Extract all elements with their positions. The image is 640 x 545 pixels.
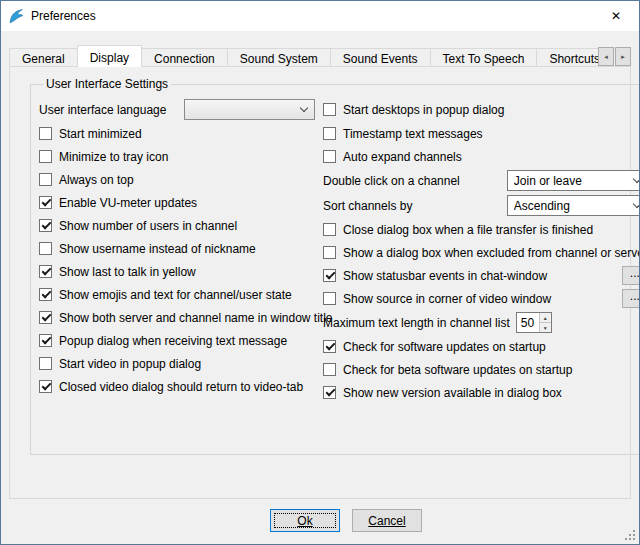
- titlebar[interactable]: Preferences ✕: [1, 1, 639, 31]
- tab-sound-events[interactable]: Sound Events: [330, 48, 431, 67]
- tab-general[interactable]: General: [9, 48, 78, 67]
- tab-display[interactable]: Display: [77, 45, 142, 67]
- popup-text-message-checkbox[interactable]: [39, 334, 52, 347]
- checkbox-label[interactable]: Show both server and channel name in win…: [59, 311, 333, 325]
- tab-connection[interactable]: Connection: [141, 48, 228, 67]
- resize-grip[interactable]: [623, 528, 636, 541]
- sort-channels-value: Ascending: [514, 199, 570, 213]
- sort-channels-label: Sort channels by: [323, 199, 412, 213]
- checkbox-row: Show last to talk in yellow: [39, 260, 315, 283]
- emoji-state-checkbox[interactable]: [39, 288, 52, 301]
- language-label: User interface language: [39, 103, 166, 117]
- cancel-button[interactable]: Cancel: [352, 509, 422, 532]
- checkbox-label[interactable]: Start minimized: [59, 127, 142, 141]
- checkbox-label[interactable]: Close dialog box when a file transfer is…: [343, 223, 593, 237]
- tab-label: Shortcuts: [549, 52, 600, 66]
- checkbox-label[interactable]: Start desktops in popup dialog: [343, 103, 504, 117]
- checkbox-label[interactable]: Show new version available in dialog box: [343, 386, 562, 400]
- auto-expand-channels-checkbox[interactable]: [323, 150, 336, 163]
- double-click-value: Join or leave: [514, 174, 582, 188]
- checkbox-label[interactable]: Show emojis and text for channel/user st…: [59, 288, 292, 302]
- checkbox-row: Popup dialog when receiving text message: [39, 329, 315, 352]
- sort-channels-row: Sort channels by Ascending: [323, 193, 640, 218]
- chevron-down-icon: [633, 175, 640, 183]
- tab-scroll-right-button[interactable]: ►: [615, 47, 631, 66]
- timestamp-messages-checkbox[interactable]: [323, 127, 336, 140]
- checkbox-row: Closed video dialog should return to vid…: [39, 375, 315, 398]
- statusbar-events-config-button[interactable]: ...: [622, 266, 640, 285]
- checkbox-row: Auto expand channels: [323, 145, 640, 168]
- language-dropdown[interactable]: [184, 99, 315, 120]
- checkbox-row: Timestamp text messages: [323, 122, 640, 145]
- checkbox-label[interactable]: Minimize to tray icon: [59, 150, 168, 164]
- checkbox-label[interactable]: Enable VU-meter updates: [59, 196, 197, 210]
- language-row: User interface language: [39, 97, 315, 122]
- new-version-dialog-checkbox[interactable]: [323, 386, 336, 399]
- settings-columns: User interface language Start minimized …: [39, 97, 640, 404]
- start-desktops-popup-checkbox[interactable]: [323, 103, 336, 116]
- show-username-checkbox[interactable]: [39, 242, 52, 255]
- ok-button[interactable]: Ok: [270, 509, 340, 532]
- statusbar-events-checkbox[interactable]: [323, 269, 336, 282]
- display-tab-page: User Interface Settings User interface l…: [9, 66, 631, 499]
- checkbox-row: Show both server and channel name in win…: [39, 306, 315, 329]
- spin-down-button[interactable]: ▼: [540, 322, 551, 332]
- checkbox-label[interactable]: Show last to talk in yellow: [59, 265, 196, 279]
- window-title-checkbox[interactable]: [39, 311, 52, 324]
- app-icon: [8, 8, 25, 25]
- beta-updates-checkbox[interactable]: [323, 363, 336, 376]
- spin-up-button[interactable]: ▲: [540, 313, 551, 322]
- checkbox-label[interactable]: Show number of users in channel: [59, 219, 237, 233]
- vu-meter-updates-checkbox[interactable]: [39, 196, 52, 209]
- checkbox-label[interactable]: Popup dialog when receiving text message: [59, 334, 287, 348]
- checkbox-label[interactable]: Check for software updates on startup: [343, 340, 546, 354]
- checkbox-label[interactable]: Closed video dialog should return to vid…: [59, 380, 303, 394]
- last-talk-yellow-checkbox[interactable]: [39, 265, 52, 278]
- spinner-value[interactable]: 50: [517, 313, 539, 332]
- sort-channels-dropdown[interactable]: Ascending: [507, 195, 640, 216]
- close-button[interactable]: ✕: [593, 1, 639, 31]
- ok-button-label: Ok: [297, 514, 312, 528]
- max-text-length-spinner[interactable]: 50 ▲ ▼: [516, 312, 552, 333]
- checkbox-row: Show username instead of nickname: [39, 237, 315, 260]
- software-updates-checkbox[interactable]: [323, 340, 336, 353]
- checkbox-label[interactable]: Start video in popup dialog: [59, 357, 201, 371]
- video-source-row: Show source in corner of video window ..…: [323, 287, 640, 310]
- tab-label: Sound Events: [343, 52, 418, 66]
- checkbox-label[interactable]: Check for beta software updates on start…: [343, 363, 572, 377]
- tab-label: Display: [90, 51, 129, 65]
- checkbox-label[interactable]: Show statusbar events in chat-window: [343, 269, 547, 283]
- checkbox-row: Close dialog box when a file transfer is…: [323, 218, 640, 241]
- video-return-tab-checkbox[interactable]: [39, 380, 52, 393]
- checkbox-label[interactable]: Auto expand channels: [343, 150, 462, 164]
- minimize-to-tray-checkbox[interactable]: [39, 150, 52, 163]
- dialog-buttons: Ok Cancel: [1, 509, 639, 532]
- excluded-dialog-checkbox[interactable]: [323, 246, 336, 259]
- spinner-buttons: ▲ ▼: [539, 313, 551, 332]
- max-text-length-label: Maximum text length in channel list: [323, 316, 510, 330]
- checkbox-row: Enable VU-meter updates: [39, 191, 315, 214]
- video-popup-checkbox[interactable]: [39, 357, 52, 370]
- tab-sound-system[interactable]: Sound System: [227, 48, 331, 67]
- checkbox-label[interactable]: Show source in corner of video window: [343, 292, 551, 306]
- tab-scroll-left-button[interactable]: ◄: [598, 47, 614, 66]
- tab-text-to-speech[interactable]: Text To Speech: [430, 48, 538, 67]
- file-transfer-close-checkbox[interactable]: [323, 223, 336, 236]
- checkbox-label[interactable]: Timestamp text messages: [343, 127, 483, 141]
- checkbox-label[interactable]: Show a dialog box when excluded from cha…: [343, 246, 640, 260]
- checkbox-row: Start video in popup dialog: [39, 352, 315, 375]
- double-click-label: Double click on a channel: [323, 174, 460, 188]
- scroll-right-icon: ►: [620, 54, 626, 60]
- start-minimized-checkbox[interactable]: [39, 127, 52, 140]
- checkbox-label[interactable]: Show username instead of nickname: [59, 242, 256, 256]
- statusbar-events-row: Show statusbar events in chat-window ...: [323, 264, 640, 287]
- close-icon: ✕: [611, 9, 621, 23]
- tab-scroller: ◄ ►: [597, 47, 631, 66]
- always-on-top-checkbox[interactable]: [39, 173, 52, 186]
- show-user-count-checkbox[interactable]: [39, 219, 52, 232]
- checkbox-label[interactable]: Always on top: [59, 173, 134, 187]
- double-click-dropdown[interactable]: Join or leave: [507, 170, 640, 191]
- ellipsis-icon: ...: [630, 269, 640, 277]
- video-source-corner-checkbox[interactable]: [323, 292, 336, 305]
- video-source-config-button[interactable]: ...: [622, 289, 640, 308]
